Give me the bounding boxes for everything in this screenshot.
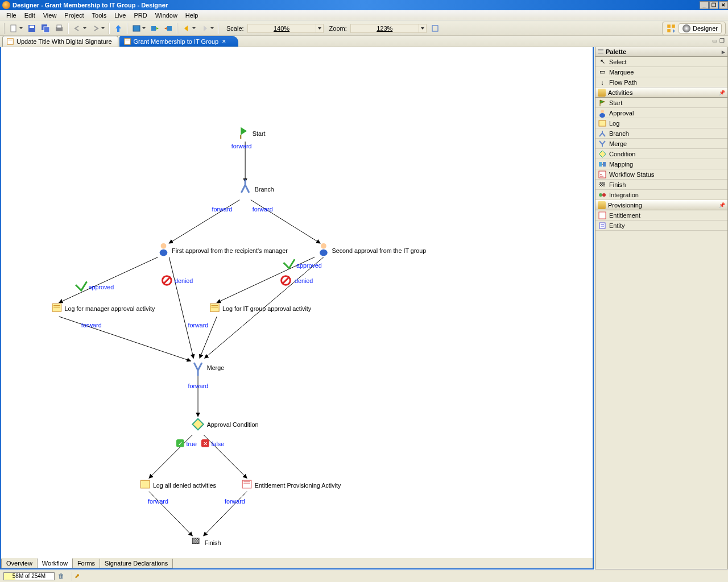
node-entitlement[interactable]: Entitlement Provisioning Activity (242, 480, 341, 489)
node-condition[interactable]: Approval Condition (192, 419, 258, 430)
menu-tools[interactable]: Tools (88, 12, 111, 19)
btab-sigdecl[interactable]: Signature Declarations (100, 559, 173, 568)
maximize-view-icon[interactable]: ❐ (719, 38, 725, 44)
btab-workflow[interactable]: Workflow (37, 558, 73, 568)
flow-label: forward (81, 322, 102, 329)
pin-icon[interactable]: 📌 (719, 202, 725, 208)
palette-title: Palette (606, 48, 626, 55)
zoom-input[interactable]: 123% (350, 24, 419, 33)
redo-button[interactable] (89, 22, 106, 35)
checkered-flag-icon (598, 180, 607, 189)
close-button[interactable]: ✕ (719, 1, 728, 9)
close-icon[interactable]: ✕ (222, 39, 226, 44)
svg-rect-41 (52, 304, 61, 311)
menu-project[interactable]: Project (60, 12, 88, 19)
menu-file[interactable]: File (2, 12, 20, 19)
new-button[interactable] (7, 22, 24, 35)
node-start[interactable]: Start (241, 127, 265, 139)
palette-header[interactable]: Palette ▸ (595, 47, 727, 57)
minimize-view-icon[interactable]: ▭ (712, 38, 717, 44)
export-button[interactable] (162, 22, 175, 35)
palette-tool-marquee[interactable]: ▭Marquee (595, 67, 727, 77)
tab-update-title[interactable]: Update Title With Digital Signature (2, 36, 118, 47)
memory-gauge[interactable]: 58M of 254M (3, 572, 55, 580)
scale-dropdown[interactable] (316, 24, 324, 33)
palette-prov-entity[interactable]: Entity (595, 221, 727, 231)
print-button[interactable] (53, 22, 65, 35)
svg-point-53 (599, 113, 605, 118)
workflow-canvas[interactable]: Start forward Branch forward forward Fir… (1, 47, 593, 558)
menu-prd[interactable]: PRD (130, 12, 151, 19)
pin-icon[interactable]: 📌 (719, 90, 725, 95)
btab-overview[interactable]: Overview (1, 559, 38, 568)
perspective-designer[interactable]: Designer (679, 23, 722, 34)
trash-icon[interactable]: 🗑 (58, 572, 66, 580)
svg-rect-47 (140, 480, 150, 488)
folder-icon (598, 89, 606, 97)
palette-activity-integration[interactable]: Integration (595, 190, 727, 200)
log-icon (598, 119, 607, 128)
svg-point-61 (599, 193, 602, 197)
palette-activity-start[interactable]: Start (595, 98, 727, 108)
node-log2[interactable]: Log for IT group approval activity (210, 304, 312, 312)
menu-help[interactable]: Help (181, 12, 202, 19)
menu-edit[interactable]: Edit (20, 12, 39, 19)
zoom-tool-button[interactable] (429, 22, 441, 35)
palette-activity-mapping[interactable]: Mapping (595, 159, 727, 169)
palette-activity-merge[interactable]: Merge (595, 139, 727, 149)
palette-prov-entitlement[interactable]: Entitlement (595, 210, 727, 221)
grip-icon (598, 49, 603, 54)
palette-activity-status[interactable]: Workflow Status (595, 169, 727, 180)
palette-item-label: Log (609, 120, 619, 127)
node-log1[interactable]: Log for manager approval activity (52, 304, 155, 312)
palette-section-activities[interactable]: Activities📌 (595, 88, 727, 98)
btab-forms[interactable]: Forms (72, 559, 100, 568)
import-button[interactable] (148, 22, 161, 35)
undo-button[interactable] (71, 22, 88, 35)
menu-window[interactable]: Window (151, 12, 181, 19)
forward-button[interactable] (198, 22, 216, 35)
zoom-dropdown[interactable] (419, 24, 427, 33)
palette-tool-flowpath[interactable]: ↓Flow Path (595, 77, 727, 88)
palette-item-label: Merge (609, 140, 627, 147)
palette-item-label: Start (609, 99, 622, 106)
palette-item-label: Workflow Status (609, 171, 654, 178)
cursor-icon: ↖ (598, 57, 607, 66)
palette-activity-branch[interactable]: Branch (595, 128, 727, 139)
chevron-right-icon[interactable]: ▸ (722, 48, 725, 56)
node-branch[interactable]: Branch (241, 180, 274, 193)
minimize-button[interactable]: _ (700, 1, 709, 9)
scale-input[interactable]: 140% (247, 24, 316, 33)
node-approval2[interactable]: Second approval from the IT group (320, 243, 426, 256)
section-label: Activities (608, 89, 632, 96)
back-button[interactable] (180, 22, 197, 35)
palette-activity-approval[interactable]: Approval (595, 108, 727, 118)
workspace-button[interactable] (130, 22, 147, 35)
svg-point-52 (601, 110, 604, 113)
svg-point-36 (320, 250, 328, 256)
menubar: File Edit View Project Tools Live PRD Wi… (0, 10, 728, 20)
main-toolbar: Scale: 140% Zoom: 123% Designer (0, 20, 728, 36)
palette-activity-log[interactable]: Log (595, 118, 727, 128)
palette-tool-select[interactable]: ↖Select (595, 57, 727, 67)
palette-activity-finish[interactable]: Finish (595, 180, 727, 190)
node-log3[interactable]: Log all denied activities (140, 480, 216, 489)
node-merge[interactable]: Merge (194, 363, 224, 376)
palette-section-provisioning[interactable]: Provisioning📌 (595, 200, 727, 210)
menu-live[interactable]: Live (110, 12, 130, 19)
tab-grant-membership[interactable]: Grant Membership to IT Group ✕ (119, 36, 239, 47)
section-label: Provisioning (608, 202, 642, 209)
restore-button[interactable]: ❐ (709, 1, 718, 9)
flow-label: forward (188, 322, 208, 329)
node-approval1[interactable]: First approval from the recipient's mana… (160, 243, 288, 256)
save-all-button[interactable] (39, 22, 52, 35)
deploy-button[interactable] (112, 22, 125, 35)
open-perspective-button[interactable] (666, 23, 676, 34)
node-label: Log all denied activities (153, 482, 216, 489)
palette-activity-condition[interactable]: Condition (595, 149, 727, 159)
node-finish[interactable]: Finish (192, 538, 221, 546)
palette-item-label: Select (609, 59, 627, 65)
menu-view[interactable]: View (39, 12, 61, 19)
save-button[interactable] (26, 22, 38, 35)
palette-item-label: Finish (609, 181, 626, 188)
